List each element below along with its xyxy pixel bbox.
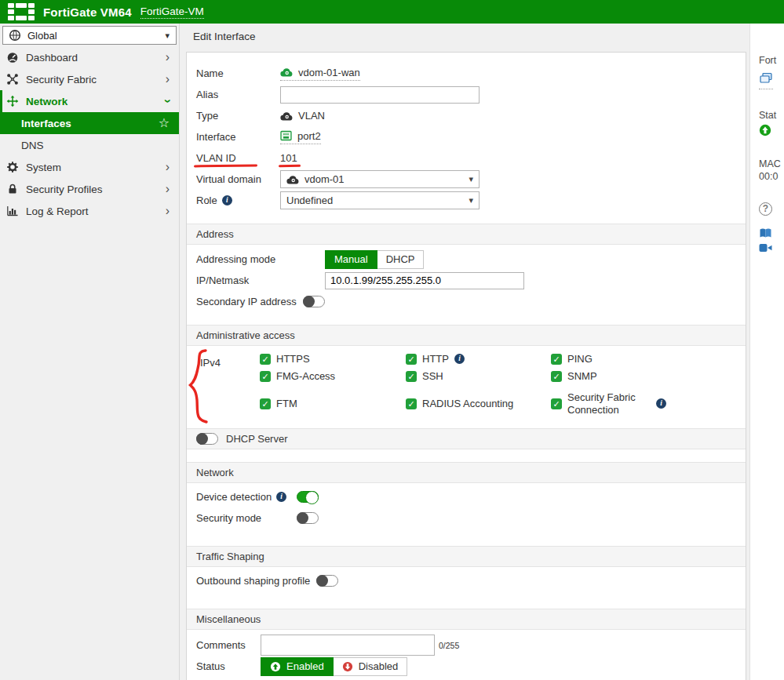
type-label: Type bbox=[196, 110, 280, 122]
checkbox-ftm[interactable]: FTM bbox=[260, 398, 406, 409]
checkbox-checked-icon[interactable] bbox=[260, 398, 271, 409]
addressing-mode-dhcp-button[interactable]: DHCP bbox=[377, 250, 425, 269]
sidebar-item-security-fabric[interactable]: Security Fabric › bbox=[0, 68, 179, 90]
parent-interface-link[interactable]: port2 bbox=[280, 130, 321, 144]
outbound-shaping-label: Outbound shaping profile bbox=[196, 575, 310, 587]
checkbox-checked-icon[interactable] bbox=[551, 398, 562, 409]
documentation-book-icon[interactable] bbox=[759, 227, 772, 242]
role-select[interactable]: Undefined ▾ bbox=[280, 191, 480, 209]
hostname-menu[interactable]: FortiGate-VM bbox=[140, 5, 204, 19]
checkbox-https[interactable]: HTTPS bbox=[260, 353, 406, 365]
comments-row: Comments 0/255 bbox=[187, 635, 746, 656]
checkbox-checked-icon[interactable] bbox=[406, 354, 417, 365]
status-enabled-button[interactable]: Enabled bbox=[261, 657, 334, 676]
checkbox-checked-icon[interactable] bbox=[260, 354, 271, 365]
edit-interface-form: Name vdom-01-wan Alias Type VLAN bbox=[186, 52, 746, 680]
sidebar-item-dashboard[interactable]: Dashboard › bbox=[0, 46, 179, 68]
sidebar-item-label: Network bbox=[26, 96, 67, 107]
sidebar-item-security-profiles[interactable]: Security Profiles › bbox=[0, 178, 179, 200]
ipv4-label: IPv4 bbox=[200, 357, 221, 369]
role-value: Undefined bbox=[286, 195, 333, 206]
page-title: Edit Interface bbox=[180, 24, 749, 49]
security-mode-label: Security mode bbox=[196, 512, 297, 524]
network-icon bbox=[6, 95, 19, 107]
chevron-right-icon: › bbox=[166, 73, 170, 85]
sidebar-item-system[interactable]: System › bbox=[0, 156, 179, 178]
checkbox-ssh[interactable]: SSH bbox=[406, 370, 551, 382]
port-icon bbox=[280, 130, 292, 141]
outbound-shaping-toggle[interactable] bbox=[316, 575, 338, 587]
status-row: Status Enabled Disabled bbox=[187, 656, 746, 677]
checkbox-checked-icon[interactable] bbox=[260, 371, 271, 382]
checkbox-ping[interactable]: PING bbox=[551, 353, 717, 365]
vlan-id-row: VLAN ID 101 bbox=[187, 147, 746, 169]
fortigate-app: FortiGate VM64 FortiGate-VM Global ▾ Das… bbox=[0, 0, 784, 680]
checkbox-snmp[interactable]: SNMP bbox=[551, 370, 717, 382]
type-value: VLAN bbox=[298, 110, 325, 122]
checkbox-security-fabric-connection[interactable]: Security Fabric Connection bbox=[551, 391, 717, 416]
device-detection-label: Device detection bbox=[196, 491, 272, 503]
ip-netmask-input[interactable] bbox=[325, 272, 524, 289]
secondary-ip-toggle[interactable] bbox=[303, 296, 325, 307]
gear-icon bbox=[6, 161, 19, 173]
comments-textarea[interactable] bbox=[261, 635, 435, 656]
admin-access-section-header: Administrative access bbox=[187, 325, 746, 346]
favorite-star-icon[interactable]: ☆ bbox=[159, 117, 170, 129]
sidebar-item-network[interactable]: Network › bbox=[0, 90, 179, 112]
interface-name-link[interactable]: vdom-01-wan bbox=[280, 67, 360, 81]
checkbox-checked-icon[interactable] bbox=[551, 371, 562, 382]
name-row: Name vdom-01-wan bbox=[187, 63, 746, 84]
chevron-down-icon: ▾ bbox=[469, 195, 473, 205]
video-tutorial-icon[interactable] bbox=[759, 243, 772, 255]
checkbox-checked-icon[interactable] bbox=[406, 398, 417, 409]
chevron-right-icon: › bbox=[166, 205, 170, 217]
checkbox-radius-accounting[interactable]: RADIUS Accounting bbox=[406, 398, 551, 409]
fortinet-logo-icon bbox=[8, 3, 35, 20]
section-title: Address bbox=[196, 228, 234, 240]
sidebar-item-interfaces[interactable]: Interfaces ☆ bbox=[0, 112, 179, 134]
info-icon[interactable] bbox=[222, 195, 232, 205]
vlan-id-value[interactable]: 101 bbox=[280, 152, 297, 164]
addressing-mode-manual-button[interactable]: Manual bbox=[325, 250, 377, 269]
virtual-domain-select[interactable]: vdom-01 ▾ bbox=[280, 170, 480, 188]
checkbox-checked-icon[interactable] bbox=[551, 354, 562, 365]
security-fabric-icon bbox=[6, 73, 19, 85]
chevron-down-icon: › bbox=[161, 99, 173, 103]
top-bar: FortiGate VM64 FortiGate-VM bbox=[0, 0, 784, 24]
sidebar-item-label: Interfaces bbox=[21, 118, 71, 129]
section-title: Traffic Shaping bbox=[196, 551, 264, 562]
status-disabled-button[interactable]: Disabled bbox=[334, 657, 408, 676]
vdom-selector[interactable]: Global ▾ bbox=[2, 26, 177, 45]
checkbox-checked-icon[interactable] bbox=[406, 371, 417, 382]
chevron-right-icon: › bbox=[166, 161, 170, 173]
secondary-ip-label: Secondary IP address bbox=[196, 296, 297, 307]
vlan-cloud-icon bbox=[280, 67, 293, 77]
alias-input[interactable] bbox=[280, 86, 480, 104]
help-icon[interactable] bbox=[759, 202, 772, 216]
security-mode-toggle[interactable] bbox=[297, 512, 319, 524]
addressing-mode-label: Addressing mode bbox=[196, 253, 325, 265]
vdom-selector-label: Global bbox=[27, 30, 57, 42]
sidebar-item-log-report[interactable]: Log & Report › bbox=[0, 200, 179, 222]
right-info-panel: Fort Stat MAC 00:0 bbox=[749, 24, 784, 680]
references-icon[interactable] bbox=[759, 72, 773, 89]
info-icon[interactable] bbox=[656, 398, 666, 409]
chevron-down-icon: ▾ bbox=[165, 31, 170, 41]
checkbox-http[interactable]: HTTP bbox=[406, 353, 551, 365]
sidebar-item-label: Dashboard bbox=[26, 52, 78, 64]
network-section-header: Network bbox=[187, 462, 746, 483]
sidebar-item-dns[interactable]: DNS bbox=[0, 134, 179, 156]
device-detection-row: Device detection bbox=[187, 486, 746, 507]
stacked-copies-icon bbox=[759, 72, 773, 85]
vlan-cloud-icon bbox=[280, 111, 293, 121]
virtual-domain-value: vdom-01 bbox=[304, 173, 345, 185]
info-icon[interactable] bbox=[276, 492, 286, 502]
sidebar-item-label: DNS bbox=[21, 140, 44, 151]
info-icon[interactable] bbox=[454, 354, 465, 364]
sidebar-menu: Dashboard › Security Fabric › Network › … bbox=[0, 46, 179, 222]
device-detection-toggle[interactable] bbox=[297, 491, 319, 503]
dhcp-server-toggle[interactable] bbox=[196, 433, 218, 445]
addressing-mode-segmented: Manual DHCP bbox=[325, 250, 424, 269]
bar-chart-icon bbox=[6, 205, 19, 217]
checkbox-fmg-access[interactable]: FMG-Access bbox=[260, 370, 406, 382]
